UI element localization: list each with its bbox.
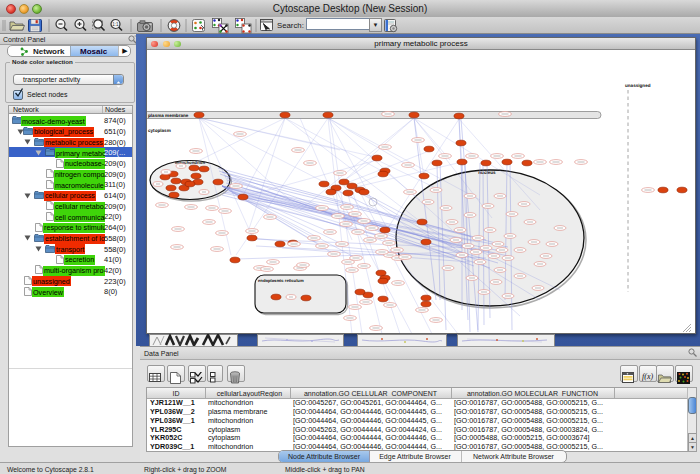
svg-text:endoplasmic reticulum: endoplasmic reticulum [258, 278, 304, 283]
svg-text:plasma membrane: plasma membrane [148, 113, 189, 118]
svg-text:unassigned: unassigned [625, 83, 651, 88]
svg-text:Search:: Search: [277, 21, 304, 30]
svg-text:1:1: 1:1 [112, 22, 119, 27]
svg-text:cytoplasm: cytoplasm [148, 128, 171, 133]
